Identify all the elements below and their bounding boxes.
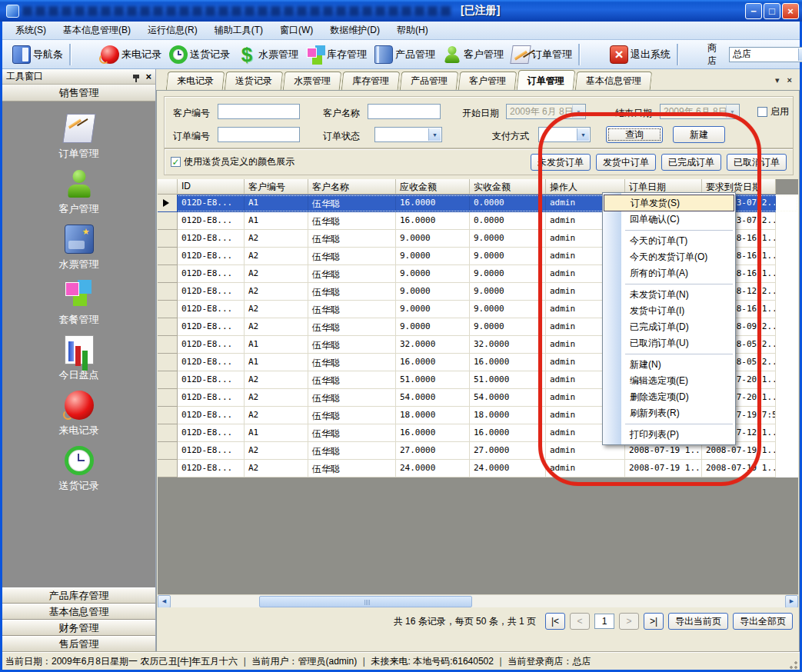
column-header[interactable]: ID: [178, 179, 245, 195]
close-icon[interactable]: ×: [145, 73, 151, 81]
context-menu-item[interactable]: 已完成订单(D): [604, 319, 734, 335]
column-header[interactable]: 实收金额: [470, 179, 546, 195]
toolbar-button[interactable]: 产品管理: [371, 40, 439, 68]
tab[interactable]: 水票管理: [283, 72, 342, 90]
end-date-picker[interactable]: 2009年 6月 8日▼: [660, 104, 740, 119]
page-number-input[interactable]: [594, 614, 614, 629]
row-selector-cell[interactable]: [158, 283, 178, 301]
context-menu-item[interactable]: 今天的发货订单(O): [604, 249, 734, 265]
tab[interactable]: 产品管理: [400, 72, 459, 90]
row-selector-cell[interactable]: [158, 336, 178, 354]
order-status-filter-button[interactable]: 发货中订单: [596, 154, 656, 171]
prev-page-button[interactable]: <: [570, 613, 590, 630]
row-selector-cell[interactable]: [158, 248, 178, 265]
order-status-filter-button[interactable]: 已取消订单: [727, 154, 787, 171]
minimize-button[interactable]: −: [745, 3, 762, 19]
menubar-item[interactable]: 窗口(W): [271, 22, 321, 39]
sidebar-item[interactable]: 送货记录: [59, 446, 99, 493]
scrollbar-thumb[interactable]: [259, 596, 472, 607]
context-menu-item[interactable]: 刷新列表(R): [604, 405, 734, 421]
checkbox-check-icon[interactable]: ✓: [171, 157, 181, 167]
row-selector-cell[interactable]: [158, 354, 178, 371]
column-header[interactable]: 客户名称: [308, 179, 396, 195]
last-page-button[interactable]: >|: [644, 613, 664, 630]
toolbar-button[interactable]: 来电记录: [97, 40, 165, 68]
sidebar-item[interactable]: 客户管理: [59, 169, 99, 216]
row-selector-cell[interactable]: [158, 318, 178, 336]
driver-color-checkbox[interactable]: ✓ 使用送货员定义的颜色展示: [171, 155, 295, 168]
order-status-select[interactable]: ▼: [374, 127, 442, 142]
enable-date-checkbox[interactable]: 启用: [757, 105, 789, 118]
column-header[interactable]: 应收金额: [396, 179, 470, 195]
first-page-button[interactable]: |<: [545, 613, 565, 630]
toolbar-button[interactable]: [67, 40, 97, 68]
customer-name-input[interactable]: [368, 104, 441, 119]
tab[interactable]: 送货记录: [225, 72, 284, 90]
context-menu-item[interactable]: 回单确认(C): [604, 211, 734, 228]
horizontal-scrollbar[interactable]: ◀ ▶: [158, 594, 798, 607]
context-menu-item[interactable]: 删除选定项(D): [604, 389, 734, 405]
sidebar-item[interactable]: 套餐管理: [59, 280, 99, 327]
toolbar-button[interactable]: [576, 40, 606, 68]
sidebar-item[interactable]: 水票管理: [59, 225, 99, 271]
chevron-down-icon[interactable]: ▼: [428, 128, 441, 141]
tab-list-dropdown-icon[interactable]: ▾: [775, 75, 780, 85]
row-selector-cell[interactable]: [158, 301, 178, 318]
scroll-right-icon[interactable]: ▶: [785, 595, 798, 608]
tab[interactable]: 订单管理: [517, 70, 576, 90]
tab-close-icon[interactable]: ×: [787, 75, 792, 85]
context-menu-item[interactable]: [604, 228, 734, 233]
context-menu-item[interactable]: 打印列表(P): [604, 427, 734, 443]
row-selector-cell[interactable]: [158, 265, 178, 283]
context-menu-item[interactable]: [604, 281, 734, 287]
row-selector-cell[interactable]: [158, 195, 178, 212]
customer-no-input[interactable]: [218, 104, 300, 119]
table-row[interactable]: 012D-E8... A2 伍华聪 24.0000 24.0000 admin …: [158, 460, 798, 477]
menubar-item[interactable]: 运行信息(R): [139, 22, 206, 39]
maximize-button[interactable]: □: [764, 3, 780, 19]
toolbar-button[interactable]: [674, 40, 704, 68]
context-menu-item[interactable]: [604, 421, 734, 427]
sidebar-section-bar[interactable]: 售后管理: [2, 636, 155, 652]
menubar-item[interactable]: 数据维护(D): [321, 22, 388, 39]
shop-select[interactable]: 总店 ▼: [729, 47, 802, 62]
checkbox-box[interactable]: [757, 107, 767, 117]
start-date-picker[interactable]: 2009年 6月 8日▼: [506, 104, 586, 119]
sidebar-item[interactable]: 来电记录: [59, 391, 99, 437]
sidebar-section-sales[interactable]: 销售管理: [2, 85, 155, 101]
toolbar-button[interactable]: 库存管理: [302, 40, 371, 68]
sidebar-item[interactable]: 今日盘点: [59, 335, 99, 382]
export-all-pages-button[interactable]: 导出全部页: [733, 613, 793, 630]
menubar-item[interactable]: 系统(S): [7, 22, 55, 39]
column-header[interactable]: 客户编号: [245, 179, 308, 195]
context-menu-item[interactable]: 所有的订单(A): [604, 265, 734, 281]
sidebar-section-bar[interactable]: 产品库存管理: [2, 587, 155, 604]
context-menu-item[interactable]: 今天的订单(T): [604, 233, 734, 249]
sidebar-section-bar[interactable]: 基本信息管理: [2, 604, 155, 620]
sidebar-item[interactable]: 订单管理: [59, 114, 99, 161]
resize-grip[interactable]: [789, 660, 798, 670]
query-button[interactable]: 查询: [606, 126, 663, 143]
tab[interactable]: 客户管理: [458, 72, 517, 90]
chevron-down-icon[interactable]: ▼: [577, 128, 589, 141]
row-selector-cell[interactable]: [158, 442, 178, 460]
tab[interactable]: 基本信息管理: [575, 72, 653, 90]
toolbar-button[interactable]: 导航条: [8, 40, 67, 68]
row-selector-cell[interactable]: [158, 212, 178, 230]
tab[interactable]: 库存管理: [341, 72, 401, 90]
context-menu-item[interactable]: 发货中订单(I): [604, 303, 734, 319]
menubar-item[interactable]: 帮助(H): [388, 22, 437, 39]
new-button[interactable]: 新建: [673, 126, 725, 143]
context-menu-item[interactable]: [604, 351, 734, 357]
context-menu-item[interactable]: 编辑选定项(E): [604, 373, 734, 389]
next-page-button[interactable]: >: [619, 613, 639, 630]
row-selector-cell[interactable]: [158, 407, 178, 424]
order-status-filter-button[interactable]: 未发货订单: [531, 154, 591, 171]
toolbar-button[interactable]: 客户管理: [439, 40, 507, 68]
chevron-down-icon[interactable]: ▼: [798, 48, 802, 61]
pin-icon[interactable]: [133, 75, 139, 78]
order-no-input[interactable]: [218, 127, 300, 142]
row-selector-cell[interactable]: [158, 389, 178, 407]
toolbar-button[interactable]: 送货记录: [165, 40, 234, 68]
menubar-item[interactable]: 辅助工具(T): [206, 22, 271, 39]
